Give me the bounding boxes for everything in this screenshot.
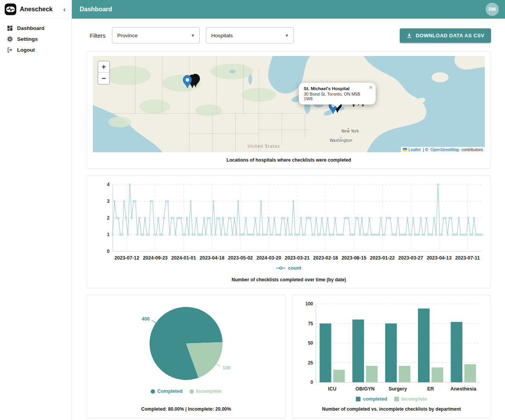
filters-row: Filters Province ▼ Hospitals ▼ DOWNLOAD … bbox=[87, 27, 491, 44]
line-legend-marker-icon bbox=[276, 266, 286, 270]
svg-text:0: 0 bbox=[310, 380, 313, 385]
settings-gear-icon bbox=[6, 35, 13, 42]
sidebar-item-label: Settings bbox=[17, 36, 38, 42]
map-attribution: Leaflet | © OpenStreetMap contributors bbox=[401, 147, 485, 152]
checklists-line-chart: 012342023-07-122024-09-232024-01-012023-… bbox=[92, 181, 486, 263]
sidebar-nav: Dashboard Settings bbox=[0, 19, 71, 55]
svg-text:2023-07-12: 2023-07-12 bbox=[114, 255, 139, 261]
province-select-value: Province bbox=[117, 33, 138, 38]
page-title: Dashboard bbox=[80, 6, 112, 13]
map-caption: Locations of hospitals where checklists … bbox=[93, 157, 485, 163]
incomplete-dot-icon bbox=[190, 389, 194, 394]
dashboard-icon bbox=[6, 24, 13, 31]
map-zoom-control: + − bbox=[98, 61, 110, 85]
bar-legend-label: incomplete bbox=[401, 396, 427, 402]
svg-text:100: 100 bbox=[305, 301, 313, 307]
zoom-in-button[interactable]: + bbox=[98, 61, 109, 73]
bar-legend-label: completed bbox=[363, 396, 387, 402]
sidebar: Anescheck ‹ Dashboard bbox=[0, 0, 72, 420]
completed-square-icon bbox=[356, 397, 360, 401]
bar-legend-incomplete[interactable]: incomplete bbox=[394, 396, 427, 402]
chevron-down-icon: ▼ bbox=[191, 33, 195, 38]
svg-text:2023-01-22: 2023-01-22 bbox=[370, 255, 395, 261]
chevron-down-icon: ▼ bbox=[285, 33, 289, 38]
map-tiles: United States New York Washington Ottawa bbox=[93, 56, 485, 152]
sidebar-header: Anescheck ‹ bbox=[0, 0, 71, 19]
sidebar-item-logout[interactable]: Logout bbox=[0, 44, 71, 55]
svg-text:2023-04-18: 2023-04-18 bbox=[199, 255, 224, 261]
sidebar-item-label: Dashboard bbox=[17, 25, 45, 31]
department-bar-chart: 0255075100ICUOB/GYNSurgeryERAnesthesia bbox=[300, 301, 483, 394]
svg-text:75: 75 bbox=[308, 321, 313, 326]
sidebar-collapse-button[interactable]: ‹ bbox=[62, 5, 67, 13]
line-chart-card: 012342023-07-122024-09-232024-01-012023-… bbox=[87, 176, 491, 288]
svg-text:50: 50 bbox=[308, 340, 313, 346]
sidebar-item-label: Logout bbox=[17, 47, 35, 53]
hospitals-select[interactable]: Hospitals ▼ bbox=[206, 27, 294, 44]
svg-text:2023-04-13: 2023-04-13 bbox=[427, 255, 451, 261]
map-label-washington: Washington bbox=[329, 138, 352, 143]
line-legend-count[interactable]: count bbox=[276, 265, 301, 271]
svg-text:2024-01-01: 2024-01-01 bbox=[171, 255, 196, 261]
leaflet-flag-icon bbox=[403, 148, 407, 151]
app-name: Anescheck bbox=[20, 6, 53, 13]
completed-dot-icon bbox=[151, 389, 155, 394]
user-avatar[interactable]: RM bbox=[486, 3, 499, 16]
svg-text:2023-02-18: 2023-02-18 bbox=[313, 255, 338, 261]
bar-chart-legend: completed incomplete bbox=[356, 396, 427, 402]
line-legend-label: count bbox=[288, 265, 301, 271]
download-csv-label: DOWNLOAD DATA AS CSV bbox=[416, 33, 484, 38]
sidebar-item-dashboard[interactable]: Dashboard bbox=[0, 23, 71, 33]
download-csv-button[interactable]: DOWNLOAD DATA AS CSV bbox=[400, 28, 491, 43]
attribution-suffix: contributors bbox=[460, 147, 483, 152]
pie-legend-label: Completed bbox=[157, 389, 183, 394]
bottom-charts-row: 400100 Completed Incomplete Completed: 8… bbox=[87, 295, 491, 418]
filters-label: Filters bbox=[90, 32, 106, 39]
popup-hospital-name: St. Michael's Hospital bbox=[304, 86, 367, 91]
sidebar-item-settings[interactable]: Settings bbox=[0, 33, 71, 44]
pie-legend-completed[interactable]: Completed bbox=[151, 389, 183, 394]
incomplete-square-icon bbox=[394, 397, 399, 401]
download-icon bbox=[406, 33, 412, 38]
app-root: Anescheck ‹ Dashboard bbox=[0, 0, 505, 420]
svg-text:2: 2 bbox=[107, 215, 110, 221]
pie-legend-incomplete[interactable]: Incomplete bbox=[190, 389, 222, 394]
main-area: Dashboard RM Filters Province ▼ Hospital… bbox=[72, 0, 505, 420]
svg-text:ICU: ICU bbox=[328, 386, 336, 392]
svg-text:4: 4 bbox=[107, 182, 110, 187]
svg-text:2023-05-02: 2023-05-02 bbox=[228, 255, 252, 261]
bar-legend-completed[interactable]: completed bbox=[356, 396, 387, 402]
svg-text:OB/GYN: OB/GYN bbox=[355, 386, 374, 392]
bar-chart-card: 0255075100ICUOB/GYNSurgeryERAnesthesia c… bbox=[292, 295, 491, 418]
svg-text:2023-08-15: 2023-08-15 bbox=[341, 255, 366, 261]
completion-pie-chart: 400100 bbox=[128, 301, 244, 386]
zoom-out-button[interactable]: − bbox=[98, 73, 109, 84]
anescheck-logo-icon bbox=[5, 3, 16, 15]
svg-text:ER: ER bbox=[427, 386, 434, 392]
popup-hospital-address: 30 Bond St, Toronto, ON M5B 1W8 bbox=[304, 92, 367, 101]
svg-text:25: 25 bbox=[308, 360, 313, 366]
line-chart-caption: Number of checklists completed over time… bbox=[232, 277, 346, 282]
island-newfoundland bbox=[432, 72, 449, 82]
topbar: Dashboard RM bbox=[72, 0, 505, 19]
svg-text:400: 400 bbox=[142, 316, 150, 322]
svg-text:2023-03-21: 2023-03-21 bbox=[285, 255, 310, 261]
popup-close-icon[interactable]: × bbox=[369, 84, 373, 91]
province-select[interactable]: Province ▼ bbox=[112, 27, 200, 44]
svg-text:2023-03-27: 2023-03-27 bbox=[398, 255, 423, 261]
svg-text:3: 3 bbox=[107, 199, 110, 204]
openstreetmap-link[interactable]: OpenStreetMap bbox=[430, 147, 459, 152]
pie-chart-caption: Completed: 80.00% | Incomplete: 20.00% bbox=[141, 402, 231, 412]
svg-text:2024-03-20: 2024-03-20 bbox=[256, 255, 281, 261]
svg-text:Surgery: Surgery bbox=[388, 386, 407, 392]
logout-icon bbox=[6, 46, 13, 53]
pie-legend-label: Incomplete bbox=[196, 389, 222, 394]
map[interactable]: United States New York Washington Ottawa bbox=[93, 56, 485, 152]
leaflet-link[interactable]: Leaflet bbox=[408, 147, 421, 152]
attribution-separator: | © bbox=[422, 147, 429, 152]
hospitals-select-value: Hospitals bbox=[211, 33, 233, 38]
dashboard-content: Filters Province ▼ Hospitals ▼ DOWNLOAD … bbox=[72, 19, 505, 420]
svg-text:0: 0 bbox=[107, 249, 110, 254]
svg-text:2023-07-11: 2023-07-11 bbox=[455, 255, 479, 261]
greenland-corner bbox=[454, 56, 485, 70]
